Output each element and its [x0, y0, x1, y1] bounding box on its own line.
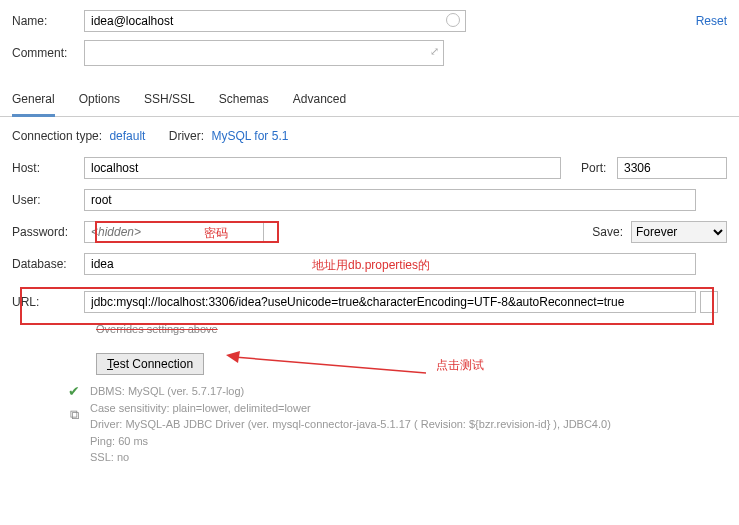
database-label: Database:: [12, 257, 84, 271]
driver-label: Driver:: [169, 129, 204, 143]
tab-options[interactable]: Options: [79, 86, 120, 116]
database-input[interactable]: [84, 253, 696, 275]
url-extra-button[interactable]: [700, 291, 718, 313]
driver-link[interactable]: MySQL for 5.1: [211, 129, 288, 143]
check-icon: ✔: [68, 383, 80, 399]
test-connection-button[interactable]: Test Connection: [96, 353, 204, 375]
overrides-text: Overrides settings above: [96, 323, 727, 335]
user-input[interactable]: [84, 189, 696, 211]
result-ping: Ping: 60 ms: [90, 433, 611, 450]
annotation-arrow: [226, 351, 436, 381]
name-label: Name:: [12, 14, 84, 28]
save-select[interactable]: Forever: [631, 221, 727, 243]
comment-input[interactable]: ⤢: [84, 40, 444, 66]
host-label: Host:: [12, 161, 84, 175]
password-label: Password:: [12, 225, 84, 239]
tab-general[interactable]: General: [12, 86, 55, 117]
save-label: Save:: [592, 225, 623, 239]
svg-marker-1: [226, 351, 240, 363]
host-input[interactable]: [84, 157, 561, 179]
copy-icon[interactable]: ⧉: [70, 407, 79, 423]
port-label: Port:: [581, 161, 617, 175]
tab-ssh-ssl[interactable]: SSH/SSL: [144, 86, 195, 116]
status-circle-icon: [446, 13, 460, 27]
password-input[interactable]: [84, 221, 264, 243]
result-ssl: SSL: no: [90, 449, 611, 466]
expand-icon[interactable]: ⤢: [430, 45, 439, 58]
reset-link[interactable]: Reset: [696, 14, 727, 28]
port-input[interactable]: [617, 157, 727, 179]
connection-type-label: Connection type:: [12, 129, 102, 143]
svg-line-0: [234, 357, 426, 373]
connection-result: DBMS: MySQL (ver. 5.7.17-log) Case sensi…: [90, 383, 611, 466]
result-case: Case sensitivity: plain=lower, delimited…: [90, 400, 611, 417]
tab-schemas[interactable]: Schemas: [219, 86, 269, 116]
tab-advanced[interactable]: Advanced: [293, 86, 346, 116]
result-dbms: DBMS: MySQL (ver. 5.7.17-log): [90, 383, 611, 400]
tab-bar: General Options SSH/SSL Schemas Advanced: [0, 86, 739, 117]
user-label: User:: [12, 193, 84, 207]
url-input[interactable]: [84, 291, 696, 313]
url-label: URL:: [12, 295, 84, 309]
annotation-test: 点击测试: [436, 357, 484, 374]
result-driver: Driver: MySQL-AB JDBC Driver (ver. mysql…: [90, 416, 611, 433]
name-input[interactable]: [84, 10, 466, 32]
connection-type-link[interactable]: default: [109, 129, 145, 143]
comment-label: Comment:: [12, 46, 84, 60]
